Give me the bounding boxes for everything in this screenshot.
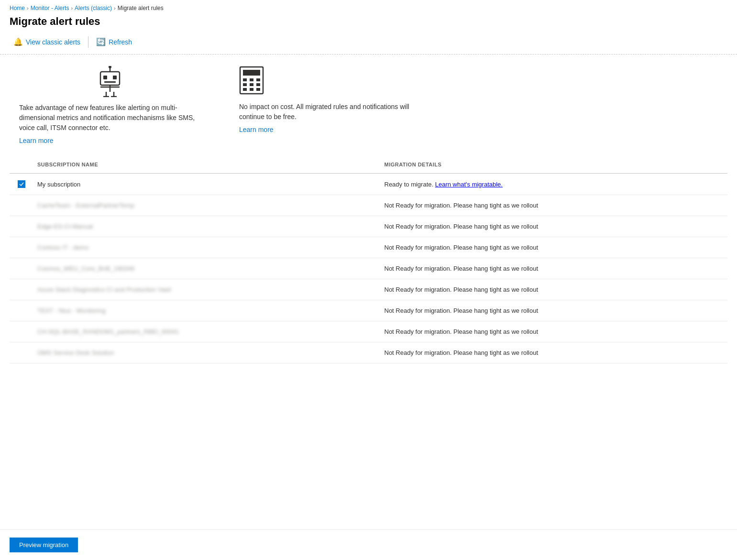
table-header-subscription-name: SUBSCRIPTION NAME — [33, 160, 381, 169]
breadcrumb-alerts-classic[interactable]: Alerts (classic) — [75, 5, 112, 11]
table-header-migration-details: MIGRATION DETAILS — [381, 160, 728, 169]
svg-rect-19 — [256, 83, 260, 86]
svg-rect-21 — [250, 88, 253, 91]
table-row: CH-SQL-BASE_RANDOM1_partners_RBEI_60041 … — [10, 321, 727, 342]
svg-rect-17 — [243, 83, 247, 86]
breadcrumb-monitor-alerts[interactable]: Monitor - Alerts — [31, 5, 69, 11]
calculator-icon — [239, 66, 421, 96]
row-3-migration-details: Not Ready for migration. Please hang tig… — [381, 242, 728, 253]
row-3-checkbox-cell[interactable] — [10, 246, 33, 250]
view-classic-alerts-button[interactable]: 🔔 View classic alerts — [10, 35, 84, 48]
row-8-checkbox-cell[interactable] — [10, 351, 33, 355]
preview-migration-button[interactable]: Preview migration — [10, 538, 78, 552]
row-6-subscription-name: TEST - Nius - Monitoring — [33, 305, 381, 316]
table-header-checkbox — [10, 160, 33, 169]
info-panel-robot: Take advantage of new features like aler… — [19, 66, 201, 144]
refresh-button[interactable]: 🔄 Refresh — [92, 35, 136, 48]
svg-rect-13 — [243, 70, 260, 76]
table-row: My subscription Ready to migrate. Learn … — [10, 174, 727, 195]
breadcrumb-current: Migrate alert rules — [118, 5, 164, 11]
page-title: Migrate alert rules — [0, 15, 737, 35]
row-0-learn-migratable-link[interactable]: Learn what's migratable. — [435, 181, 503, 188]
info-panel-calculator: No impact on cost. All migrated rules an… — [239, 66, 421, 144]
row-5-migration-details: Not Ready for migration. Please hang tig… — [381, 284, 728, 295]
row-7-migration-details: Not Ready for migration. Please hang tig… — [381, 326, 728, 337]
info-panel-calculator-text: No impact on cost. All migrated rules an… — [239, 102, 421, 122]
row-0-checkbox-cell[interactable] — [10, 178, 33, 190]
svg-rect-16 — [256, 78, 260, 81]
svg-rect-20 — [243, 88, 247, 91]
svg-rect-5 — [104, 81, 116, 83]
svg-rect-22 — [256, 88, 260, 91]
row-2-subscription-name: Edge-ES-CI-Manual — [33, 221, 381, 232]
checkbox-checked-icon[interactable] — [18, 180, 25, 188]
bell-icon: 🔔 — [13, 37, 23, 46]
breadcrumb-sep-2: › — [71, 5, 73, 11]
subscriptions-table: SUBSCRIPTION NAME MIGRATION DETAILS My s… — [0, 156, 737, 363]
row-8-subscription-name: OMS Service Desk Solution — [33, 347, 381, 358]
table-header: SUBSCRIPTION NAME MIGRATION DETAILS — [10, 156, 727, 174]
refresh-icon: 🔄 — [96, 37, 106, 46]
toolbar: 🔔 View classic alerts 🔄 Refresh — [0, 35, 737, 55]
svg-rect-15 — [250, 78, 253, 81]
info-panel-calculator-learn-more[interactable]: Learn more — [239, 126, 274, 133]
view-classic-alerts-label: View classic alerts — [26, 38, 80, 46]
row-2-migration-details: Not Ready for migration. Please hang tig… — [381, 221, 728, 232]
refresh-label: Refresh — [109, 38, 132, 46]
table-row: Cosmos_WEU_Core_BnB_190348 Not Ready for… — [10, 258, 727, 279]
info-panels: Take advantage of new features like aler… — [0, 55, 737, 156]
row-4-checkbox-cell[interactable] — [10, 267, 33, 271]
table-row: Edge-ES-CI-Manual Not Ready for migratio… — [10, 216, 727, 237]
row-2-checkbox-cell[interactable] — [10, 225, 33, 229]
row-7-checkbox-cell[interactable] — [10, 330, 33, 334]
breadcrumb-home[interactable]: Home — [10, 5, 25, 11]
row-7-subscription-name: CH-SQL-BASE_RANDOM1_partners_RBEI_60041 — [33, 326, 381, 337]
svg-rect-18 — [250, 83, 253, 86]
table-row: TEST - Nius - Monitoring Not Ready for m… — [10, 300, 727, 321]
row-0-subscription-name: My subscription — [33, 179, 381, 190]
svg-rect-4 — [113, 76, 117, 79]
row-1-subscription-name: CacheTeam - ExternalPartnerTemp — [33, 200, 381, 211]
breadcrumb: Home › Monitor - Alerts › Alerts (classi… — [0, 0, 737, 15]
row-3-subscription-name: Contoso IT - demo — [33, 242, 381, 253]
breadcrumb-sep-3: › — [114, 5, 116, 11]
row-4-migration-details: Not Ready for migration. Please hang tig… — [381, 263, 728, 274]
breadcrumb-sep-1: › — [27, 5, 29, 11]
row-0-ready-prefix: Ready to migrate. — [385, 181, 434, 188]
row-6-checkbox-cell[interactable] — [10, 309, 33, 313]
toolbar-separator — [88, 36, 88, 48]
row-5-checkbox-cell[interactable] — [10, 288, 33, 292]
row-8-migration-details: Not Ready for migration. Please hang tig… — [381, 347, 728, 358]
svg-rect-3 — [103, 76, 107, 79]
row-6-migration-details: Not Ready for migration. Please hang tig… — [381, 305, 728, 316]
row-4-subscription-name: Cosmos_WEU_Core_BnB_190348 — [33, 263, 381, 274]
info-panel-robot-text: Take advantage of new features like aler… — [19, 103, 201, 133]
robot-icon — [19, 66, 201, 97]
table-row: CacheTeam - ExternalPartnerTemp Not Read… — [10, 195, 727, 216]
svg-point-1 — [109, 66, 111, 68]
row-0-migration-details: Ready to migrate. Learn what's migratabl… — [381, 179, 728, 190]
svg-rect-14 — [243, 78, 247, 81]
table-row: Contoso IT - demo Not Ready for migratio… — [10, 237, 727, 258]
row-5-subscription-name: Azure Stack Diagnostics CI and Productio… — [33, 284, 381, 295]
table-row: OMS Service Desk Solution Not Ready for … — [10, 342, 727, 363]
row-1-checkbox-cell[interactable] — [10, 204, 33, 208]
info-panel-robot-learn-more[interactable]: Learn more — [19, 137, 54, 144]
footer: Preview migration — [0, 529, 737, 560]
table-row: Azure Stack Diagnostics CI and Productio… — [10, 279, 727, 300]
row-1-migration-details: Not Ready for migration. Please hang tig… — [381, 200, 728, 211]
